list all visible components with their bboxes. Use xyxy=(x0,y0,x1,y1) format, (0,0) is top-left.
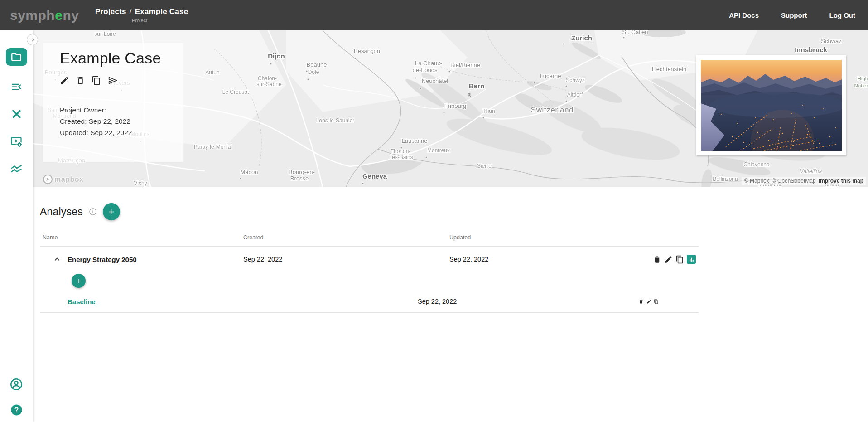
logout-link[interactable]: Log Out xyxy=(829,11,855,19)
api-docs-link[interactable]: API Docs xyxy=(729,11,759,19)
sidebar-item-design[interactable] xyxy=(0,93,33,120)
analyses-header: Analyses xyxy=(40,203,868,220)
table-header-row: Name Created Updated xyxy=(40,228,699,247)
account-circle-icon xyxy=(10,378,23,391)
add-scenario-button[interactable] xyxy=(72,274,86,288)
map-label: Vichy xyxy=(134,180,147,186)
app-header: sympheny Projects/Example Case Project A… xyxy=(0,0,868,30)
map-label: Beaune xyxy=(307,61,327,68)
map-city-dot xyxy=(362,183,364,184)
chevron-right-icon xyxy=(29,37,36,43)
map-label: Bern xyxy=(469,82,484,90)
analysis-created: Sep 22, 2022 xyxy=(243,256,449,263)
mapbox-logo[interactable]: ➤ mapbox xyxy=(43,175,83,184)
delete-icon[interactable] xyxy=(76,76,85,85)
edit-icon[interactable] xyxy=(646,297,651,306)
support-link[interactable]: Support xyxy=(781,11,807,19)
subrow-actions xyxy=(639,297,699,306)
map-label: La Chaux- xyxy=(415,60,442,67)
analysis-name: Energy Strategy 2050 xyxy=(68,256,137,263)
breadcrumb-projects[interactable]: Projects xyxy=(95,7,126,16)
map-label: St. Gallen xyxy=(622,30,648,35)
breadcrumb-current[interactable]: Example Case xyxy=(135,7,188,16)
map-label: Dijon xyxy=(268,52,285,60)
column-header-name: Name xyxy=(40,234,243,241)
project-owner: Project Owner: xyxy=(60,104,183,116)
design-tools-icon xyxy=(10,108,23,120)
edit-icon[interactable] xyxy=(664,255,673,264)
attr-osm-link[interactable]: © OpenStreetMap xyxy=(772,178,816,184)
sidebar-item-media-settings[interactable] xyxy=(0,120,33,148)
main-content: sur-LoireBourgesNeversSaint-Amand-Montro… xyxy=(33,30,868,313)
map-label: Chalon- xyxy=(258,75,277,82)
map-label: les-Bains xyxy=(391,154,413,160)
map-label: Biel/Bienne xyxy=(450,62,480,68)
help-icon: ? xyxy=(10,403,23,417)
map-label: Switzerland xyxy=(531,106,574,114)
delete-icon[interactable] xyxy=(653,255,661,264)
map-city-dot xyxy=(623,37,625,39)
map-label: Autun xyxy=(205,69,219,76)
attr-mapbox-link[interactable]: © Mapbox xyxy=(744,178,769,184)
analyses-info-button[interactable] xyxy=(89,208,97,216)
header-nav: API Docs Support Log Out xyxy=(729,11,855,19)
delete-icon[interactable] xyxy=(639,297,644,306)
map-city-dot xyxy=(565,85,567,87)
map-label: Le Creusot xyxy=(222,89,249,95)
account-button[interactable] xyxy=(10,378,23,391)
column-header-created: Created xyxy=(243,234,449,241)
map-label: Schwaz xyxy=(821,38,842,44)
map-city-dot xyxy=(563,43,564,45)
collapse-row-button[interactable] xyxy=(52,254,63,265)
map-city-dot xyxy=(482,117,484,119)
project-created: Created: Sep 22, 2022 xyxy=(60,116,183,127)
map-label: Neuchâtel xyxy=(422,78,448,84)
sidebar-item-scenarios[interactable] xyxy=(0,66,33,93)
duplicate-icon[interactable] xyxy=(675,255,684,264)
map-city-dot xyxy=(240,178,241,179)
active-item-tile xyxy=(6,48,27,66)
map-label: Thonon- xyxy=(391,148,411,155)
map-city-dot xyxy=(534,82,535,84)
sympheny-logo[interactable]: sympheny xyxy=(10,8,87,23)
map-city-dot xyxy=(425,156,427,158)
results-chart-button[interactable] xyxy=(687,255,696,264)
map-city-dot xyxy=(420,87,421,89)
map-label: sur-Saône xyxy=(256,81,282,87)
table-row: Energy Strategy 2050 Sep 22, 2022 Sep 22… xyxy=(40,247,699,272)
map-attribution: © Mapbox © OpenStreetMap Improve this ma… xyxy=(742,177,866,185)
sidebar-item-results[interactable] xyxy=(0,148,33,175)
map-label: Paray-le-Monial xyxy=(194,144,232,150)
sidebar-expand-button[interactable] xyxy=(27,34,38,45)
send-icon[interactable] xyxy=(107,76,118,85)
bar-chart-icon xyxy=(689,257,694,262)
duplicate-icon[interactable] xyxy=(654,297,659,306)
scenario-link-baseline[interactable]: Baseline xyxy=(68,298,96,306)
svg-text:?: ? xyxy=(14,406,19,414)
map-label: Lons-le-Saunier xyxy=(316,117,355,124)
map-label: Mâcon xyxy=(240,169,258,175)
help-button[interactable]: ? xyxy=(10,403,23,417)
project-updated: Updated: Sep 22, 2022 xyxy=(60,127,183,138)
duplicate-icon[interactable] xyxy=(92,76,101,85)
map-city-dot xyxy=(306,70,308,72)
map-label: Bresse xyxy=(290,175,309,182)
map-label: Montreux xyxy=(427,147,450,154)
edit-icon[interactable] xyxy=(60,76,69,85)
add-analysis-button[interactable] xyxy=(103,203,120,220)
project-photo-card xyxy=(696,55,846,155)
map-label: Innsbruck xyxy=(795,46,827,53)
project-map[interactable]: sur-LoireBourgesNeversSaint-Amand-Montro… xyxy=(33,30,868,187)
improve-map-link[interactable]: Improve this map xyxy=(819,178,863,184)
analysis-updated: Sep 22, 2022 xyxy=(449,256,639,263)
map-label: Besançon xyxy=(354,48,380,54)
project-title: Example Case xyxy=(60,49,183,67)
map-city-dot xyxy=(270,63,272,65)
map-city-dot xyxy=(354,58,356,59)
mapbox-logo-icon: ➤ xyxy=(43,175,53,184)
analyses-title: Analyses xyxy=(40,206,83,218)
map-label: Lucerne xyxy=(540,73,561,79)
map-label: Valtellina xyxy=(800,168,822,175)
table-subrow: Baseline Sep 22, 2022 xyxy=(40,291,699,312)
project-actions xyxy=(60,76,183,85)
